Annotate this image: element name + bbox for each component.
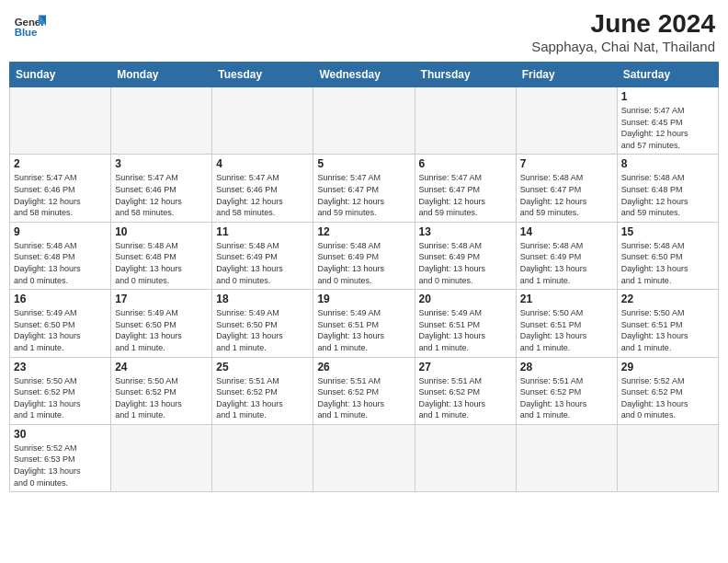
- table-row: [415, 87, 516, 155]
- calendar-title: June 2024: [531, 9, 715, 39]
- table-row: [212, 424, 313, 491]
- svg-text:Blue: Blue: [15, 27, 38, 38]
- table-row: 17Sunrise: 5:49 AM Sunset: 6:50 PM Dayli…: [111, 290, 212, 357]
- table-row: 18Sunrise: 5:49 AM Sunset: 6:50 PM Dayli…: [212, 290, 313, 357]
- table-row: 15Sunrise: 5:48 AM Sunset: 6:50 PM Dayli…: [617, 222, 718, 289]
- logo-icon: General Blue: [13, 9, 46, 42]
- table-row: 3Sunrise: 5:47 AM Sunset: 6:46 PM Daylig…: [111, 155, 212, 222]
- table-row: 6Sunrise: 5:47 AM Sunset: 6:47 PM Daylig…: [415, 155, 516, 222]
- table-row: 29Sunrise: 5:52 AM Sunset: 6:52 PM Dayli…: [617, 357, 718, 424]
- table-row: 23Sunrise: 5:50 AM Sunset: 6:52 PM Dayli…: [10, 357, 111, 424]
- table-row: [415, 424, 516, 491]
- table-row: [111, 424, 212, 491]
- table-row: 28Sunrise: 5:51 AM Sunset: 6:52 PM Dayli…: [516, 357, 617, 424]
- table-row: [516, 87, 617, 155]
- table-row: [313, 424, 415, 491]
- table-row: 16Sunrise: 5:49 AM Sunset: 6:50 PM Dayli…: [10, 290, 111, 357]
- table-row: 14Sunrise: 5:48 AM Sunset: 6:49 PM Dayli…: [516, 222, 617, 289]
- col-thursday: Thursday: [415, 63, 516, 87]
- table-row: 27Sunrise: 5:51 AM Sunset: 6:52 PM Dayli…: [415, 357, 516, 424]
- table-row: 10Sunrise: 5:48 AM Sunset: 6:48 PM Dayli…: [111, 222, 212, 289]
- col-saturday: Saturday: [617, 63, 718, 87]
- table-row: 2Sunrise: 5:47 AM Sunset: 6:46 PM Daylig…: [10, 155, 111, 222]
- col-monday: Monday: [111, 63, 212, 87]
- logo: General Blue: [13, 9, 46, 42]
- table-row: 26Sunrise: 5:51 AM Sunset: 6:52 PM Dayli…: [313, 357, 415, 424]
- table-row: 1Sunrise: 5:47 AM Sunset: 6:45 PM Daylig…: [617, 87, 718, 155]
- table-row: 9Sunrise: 5:48 AM Sunset: 6:48 PM Daylig…: [10, 222, 111, 289]
- header: General Blue June 2024 Sapphaya, Chai Na…: [9, 9, 719, 54]
- table-row: 11Sunrise: 5:48 AM Sunset: 6:49 PM Dayli…: [212, 222, 313, 289]
- col-tuesday: Tuesday: [212, 63, 313, 87]
- table-row: 21Sunrise: 5:50 AM Sunset: 6:51 PM Dayli…: [516, 290, 617, 357]
- table-row: 20Sunrise: 5:49 AM Sunset: 6:51 PM Dayli…: [415, 290, 516, 357]
- table-row: 30Sunrise: 5:52 AM Sunset: 6:53 PM Dayli…: [10, 424, 111, 491]
- col-friday: Friday: [516, 63, 617, 87]
- table-row: 7Sunrise: 5:48 AM Sunset: 6:47 PM Daylig…: [516, 155, 617, 222]
- table-row: [516, 424, 617, 491]
- table-row: 4Sunrise: 5:47 AM Sunset: 6:46 PM Daylig…: [212, 155, 313, 222]
- table-row: 19Sunrise: 5:49 AM Sunset: 6:51 PM Dayli…: [313, 290, 415, 357]
- calendar-table: Sunday Monday Tuesday Wednesday Thursday…: [9, 62, 719, 492]
- table-row: 25Sunrise: 5:51 AM Sunset: 6:52 PM Dayli…: [212, 357, 313, 424]
- table-row: 24Sunrise: 5:50 AM Sunset: 6:52 PM Dayli…: [111, 357, 212, 424]
- header-row: Sunday Monday Tuesday Wednesday Thursday…: [10, 63, 719, 87]
- table-row: 22Sunrise: 5:50 AM Sunset: 6:51 PM Dayli…: [617, 290, 718, 357]
- title-block: June 2024 Sapphaya, Chai Nat, Thailand: [531, 9, 715, 54]
- table-row: [617, 424, 718, 491]
- calendar-subtitle: Sapphaya, Chai Nat, Thailand: [531, 39, 715, 54]
- table-row: 5Sunrise: 5:47 AM Sunset: 6:47 PM Daylig…: [313, 155, 415, 222]
- col-sunday: Sunday: [10, 63, 111, 87]
- table-row: 8Sunrise: 5:48 AM Sunset: 6:48 PM Daylig…: [617, 155, 718, 222]
- table-row: [313, 87, 415, 155]
- table-row: 12Sunrise: 5:48 AM Sunset: 6:49 PM Dayli…: [313, 222, 415, 289]
- table-row: [111, 87, 212, 155]
- table-row: [212, 87, 313, 155]
- table-row: [10, 87, 111, 155]
- table-row: 13Sunrise: 5:48 AM Sunset: 6:49 PM Dayli…: [415, 222, 516, 289]
- col-wednesday: Wednesday: [313, 63, 415, 87]
